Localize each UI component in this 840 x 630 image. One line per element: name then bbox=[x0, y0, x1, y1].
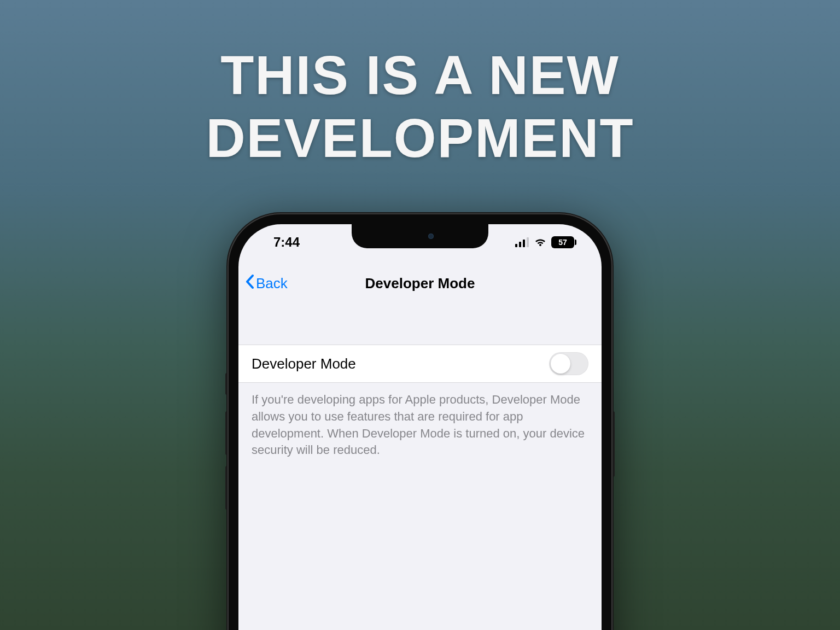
battery-level-icon: 57 bbox=[551, 236, 574, 248]
headline-line1: THIS IS A NEW bbox=[0, 44, 840, 107]
phone-notch bbox=[352, 224, 488, 248]
svg-rect-0 bbox=[515, 244, 517, 247]
chevron-left-icon bbox=[245, 274, 255, 293]
status-icons: 57 bbox=[515, 236, 580, 248]
headline-line2: DEVELOPMENT bbox=[0, 107, 840, 170]
toggle-knob bbox=[551, 354, 570, 374]
cellular-signal-icon bbox=[515, 237, 529, 247]
wifi-icon bbox=[534, 237, 547, 247]
developer-mode-label: Developer Mode bbox=[252, 355, 549, 372]
headline: THIS IS A NEW DEVELOPMENT bbox=[0, 44, 840, 170]
back-label: Back bbox=[256, 275, 288, 292]
svg-rect-1 bbox=[519, 242, 521, 247]
svg-rect-2 bbox=[523, 240, 525, 247]
status-time: 7:44 bbox=[260, 235, 359, 250]
developer-mode-toggle[interactable] bbox=[549, 352, 588, 375]
developer-mode-row[interactable]: Developer Mode bbox=[238, 345, 602, 383]
back-button[interactable]: Back bbox=[245, 274, 288, 293]
navigation-bar: Back Developer Mode bbox=[238, 268, 602, 299]
phone-mockup: 7:44 57 bbox=[229, 214, 611, 630]
setting-description: If you're developing apps for Apple prod… bbox=[238, 383, 602, 468]
battery-percent: 57 bbox=[558, 238, 567, 247]
phone-frame: 7:44 57 bbox=[229, 214, 611, 630]
svg-rect-3 bbox=[527, 237, 529, 247]
page-title: Developer Mode bbox=[238, 275, 602, 292]
settings-content: Developer Mode If you're developing apps… bbox=[238, 317, 602, 630]
phone-screen: 7:44 57 bbox=[238, 224, 602, 630]
phone-side-button bbox=[611, 411, 615, 477]
camera-icon bbox=[428, 234, 434, 239]
